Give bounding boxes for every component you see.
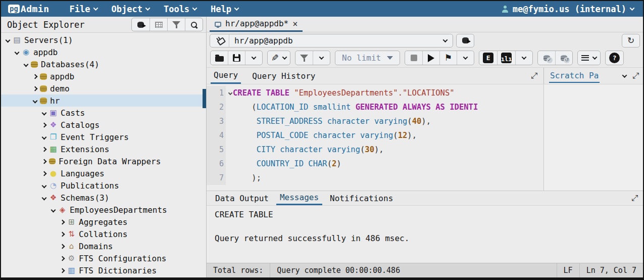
menu-file[interactable]: File [63, 1, 105, 17]
cancel-query-button[interactable] [405, 51, 422, 65]
tree-item-collations[interactable]: ⇅ Collations [1, 228, 206, 240]
object-explorer-header: Object Explorer [1, 17, 206, 33]
chevron-down-icon[interactable] [42, 195, 47, 200]
chevron-right-icon[interactable] [60, 219, 65, 224]
menu-file-label: File [70, 4, 90, 14]
line-number: 6 [207, 157, 226, 171]
chevron-down-icon [192, 6, 197, 11]
query-tool-tab[interactable]: hr/app@appdb* × [210, 17, 303, 32]
tab-scratch-pad[interactable]: Scratch Pa [549, 69, 600, 83]
execute-query-button[interactable] [422, 51, 439, 65]
expand-icon[interactable]: ⤢ [632, 72, 639, 80]
refresh-layout-button[interactable]: ↻ [622, 34, 640, 48]
chevron-down-icon[interactable] [33, 98, 38, 103]
sql-token [233, 131, 257, 140]
tab-notifications[interactable]: Notifications [326, 191, 397, 205]
menu-help[interactable]: Help [204, 1, 245, 17]
caret-down-icon [387, 56, 393, 60]
chevron-right-icon[interactable] [42, 171, 47, 176]
help-button[interactable]: ? [606, 51, 623, 65]
menu-object[interactable]: Object [105, 1, 157, 17]
chevron-right-icon[interactable] [42, 147, 47, 152]
commit-button[interactable] [538, 51, 555, 65]
explain-options-button[interactable] [515, 51, 532, 65]
connection-status-button[interactable] [210, 34, 229, 47]
status-eol-mode[interactable]: LF [557, 263, 579, 277]
casts-icon: ▣ [49, 109, 58, 117]
tree-item-aggregates[interactable]: ⊞ Aggregates [1, 216, 206, 228]
tree-item-event-triggers[interactable]: ❐ Event Triggers [1, 131, 206, 143]
chevron-right-icon[interactable] [60, 256, 65, 261]
edit-menu-button[interactable]: ✎ [268, 51, 290, 65]
tree-scrollbar-thumb[interactable] [203, 89, 206, 108]
connect-database-button[interactable] [132, 18, 150, 31]
filter-button[interactable] [295, 51, 313, 65]
execute-script-button[interactable]: ⚑ [439, 51, 457, 65]
rollback-button[interactable] [555, 51, 572, 65]
chevron-down-icon[interactable] [24, 62, 29, 67]
menu-tools[interactable]: Tools [157, 1, 204, 17]
tree-item-databases[interactable]: Databases(4) [1, 58, 206, 70]
chevron-right-icon[interactable] [60, 231, 65, 237]
save-file-button[interactable] [228, 51, 245, 65]
execute-options-button[interactable] [457, 51, 474, 65]
chevron-down-icon[interactable] [42, 134, 47, 139]
close-icon[interactable]: × [292, 20, 298, 28]
tab-query-history[interactable]: Query History [249, 68, 318, 84]
user-menu[interactable]: me@fymio.us (internal) [499, 1, 636, 17]
tab-data-output[interactable]: Data Output [212, 191, 272, 205]
commit-icon [543, 55, 550, 61]
tree-item-schema-employeesdepartments[interactable]: ◈ EmployeesDepartments [1, 204, 206, 216]
sql-editor[interactable]: 1 CREATE TABLE "EmployeesDepartments"."L… [207, 84, 543, 191]
scratch-pad-area[interactable] [543, 84, 643, 191]
tree-item-languages[interactable]: ● Languages [1, 167, 206, 179]
tab-messages[interactable]: Messages [276, 191, 322, 205]
macros-button[interactable] [578, 51, 600, 65]
tree-item-domains[interactable]: ⌂ Domains [1, 240, 206, 252]
tree-item-db-appdb[interactable]: appdb [1, 70, 206, 82]
filtered-rows-button[interactable] [167, 18, 185, 31]
chevron-down-icon[interactable] [42, 110, 47, 115]
chevron-down-icon[interactable] [6, 37, 11, 42]
explain-button[interactable]: E [479, 51, 497, 65]
tree-item-foreign-data-wrappers[interactable]: Foreign Data Wrappers [1, 155, 206, 167]
chevron-right-icon[interactable] [42, 122, 47, 127]
view-data-button[interactable] [150, 18, 167, 31]
tree-item-publications[interactable]: ◔ Publications [1, 179, 206, 192]
tree-item-casts[interactable]: ▣ Casts [1, 107, 206, 119]
expand-icon[interactable]: ⤢ [531, 72, 537, 80]
foreign-data-wrapper-icon [49, 158, 56, 164]
chevron-down-icon[interactable] [15, 50, 20, 55]
chevron-down-icon[interactable] [622, 73, 627, 78]
new-connection-button[interactable] [456, 34, 474, 48]
tree-item-extensions[interactable]: ▦ Extensions [1, 143, 206, 155]
save-options-button[interactable] [245, 51, 262, 65]
tree-item-schemas[interactable]: ❖ Schemas(3) [1, 192, 206, 204]
chevron-right-icon[interactable] [33, 74, 38, 79]
search-objects-button[interactable] [185, 18, 203, 31]
tree-item-catalogs[interactable]: ❖ Catalogs [1, 119, 206, 131]
open-file-button[interactable] [211, 51, 228, 65]
connection-dropdown[interactable]: hr/app@appdb [229, 34, 437, 47]
connection-dropdown-caret[interactable] [437, 34, 453, 47]
chevron-down-icon[interactable] [42, 183, 47, 188]
tab-query[interactable]: Query [211, 68, 241, 84]
chevron-down-icon[interactable] [51, 207, 56, 212]
languages-icon: ● [49, 170, 58, 177]
tree-item-server-appdb[interactable]: ◉ appdb [1, 46, 206, 58]
explain-analyze-button[interactable] [497, 51, 515, 65]
tree-item-servers[interactable]: ▤ Servers(1) [1, 34, 206, 46]
chevron-right-icon[interactable] [33, 86, 38, 91]
chevron-right-icon[interactable] [60, 244, 65, 249]
tree-item-fts-dictionaries[interactable]: ▥ FTS Dictionaries [1, 264, 206, 276]
expand-icon[interactable]: ⤢ [631, 194, 638, 202]
tree-item-db-demo[interactable]: demo [1, 82, 206, 95]
tree-item-fts-configurations[interactable]: ⚙ FTS Configurations [1, 252, 206, 264]
filter-options-button[interactable] [313, 51, 330, 65]
tree-item-db-hr[interactable]: hr [1, 95, 206, 107]
kebab-menu-icon[interactable] [633, 17, 643, 32]
row-limit-dropdown[interactable]: No limit [335, 51, 400, 65]
chevron-right-icon[interactable] [60, 268, 65, 273]
code-line: 3 STREET_ADDRESS character varying(40), [207, 114, 543, 128]
chevron-right-icon[interactable] [42, 159, 47, 164]
